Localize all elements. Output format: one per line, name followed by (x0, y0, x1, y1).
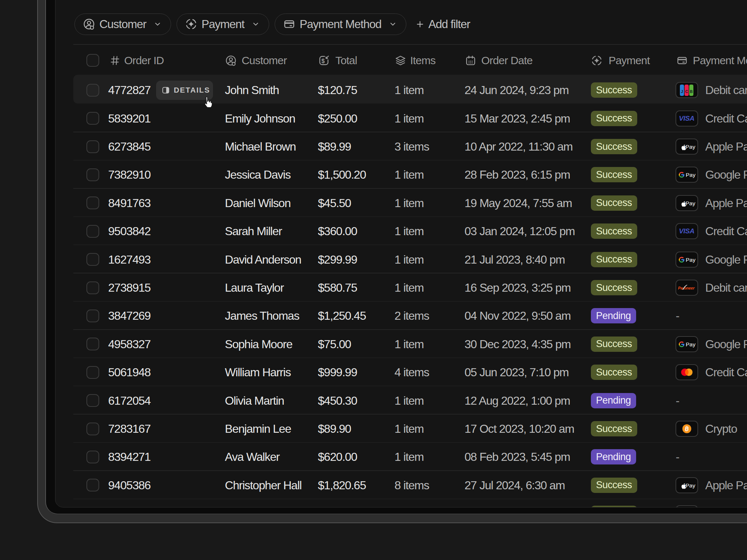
svg-text:Pay: Pay (685, 144, 695, 150)
svg-text:J: J (681, 89, 683, 94)
svg-text:Pay: Pay (686, 257, 696, 263)
svg-text:Pay: Pay (686, 172, 696, 178)
svg-text:C: C (685, 89, 688, 94)
svg-text:oneer: oneer (684, 286, 695, 290)
svg-text:Pa: Pa (678, 286, 683, 290)
svg-text:B: B (690, 89, 693, 94)
svg-text:Pay: Pay (685, 482, 695, 489)
svg-text:$: $ (321, 58, 325, 64)
svg-text:Pay: Pay (686, 341, 696, 347)
svg-text:Pay: Pay (685, 200, 695, 206)
